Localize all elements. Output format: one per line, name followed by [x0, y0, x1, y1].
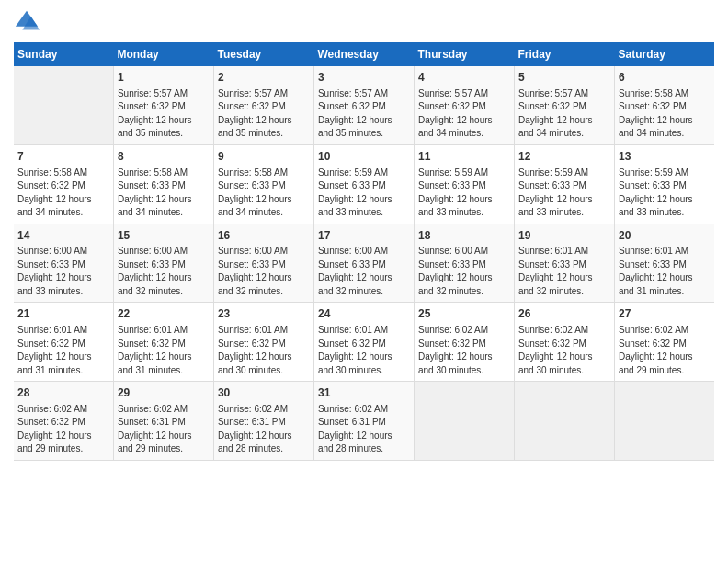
cell-content: Sunrise: 5:59 AM Sunset: 6:33 PM Dayligh…: [418, 167, 510, 220]
cell-content: Sunrise: 6:01 AM Sunset: 6:33 PM Dayligh…: [518, 245, 610, 298]
day-number: 27: [619, 306, 711, 322]
cell-content: Sunrise: 6:02 AM Sunset: 6:32 PM Dayligh…: [17, 403, 109, 456]
calendar-cell: 26Sunrise: 6:02 AM Sunset: 6:32 PM Dayli…: [514, 303, 614, 382]
cell-content: Sunrise: 5:59 AM Sunset: 6:33 PM Dayligh…: [318, 167, 410, 220]
calendar-cell: 24Sunrise: 6:01 AM Sunset: 6:32 PM Dayli…: [313, 303, 414, 382]
header-day-wednesday: Wednesday: [313, 42, 414, 66]
calendar-cell: 10Sunrise: 5:59 AM Sunset: 6:33 PM Dayli…: [313, 144, 414, 224]
cell-content: Sunrise: 5:57 AM Sunset: 6:32 PM Dayligh…: [418, 87, 510, 141]
calendar-table: SundayMondayTuesdayWednesdayThursdayFrid…: [14, 42, 714, 461]
calendar-cell: 11Sunrise: 5:59 AM Sunset: 6:33 PM Dayli…: [414, 144, 514, 224]
calendar-cell: 7Sunrise: 5:58 AM Sunset: 6:32 PM Daylig…: [14, 144, 113, 224]
header-day-friday: Friday: [514, 42, 614, 66]
cell-content: Sunrise: 6:02 AM Sunset: 6:32 PM Dayligh…: [418, 324, 510, 377]
calendar-cell: [615, 382, 715, 461]
day-number: 19: [518, 228, 610, 244]
day-number: 12: [518, 149, 610, 165]
day-number: 15: [118, 228, 210, 244]
page-container: SundayMondayTuesdayWednesdayThursdayFrid…: [0, 0, 728, 470]
day-number: 5: [518, 70, 610, 86]
day-number: 13: [619, 149, 711, 165]
calendar-cell: 28Sunrise: 6:02 AM Sunset: 6:32 PM Dayli…: [14, 382, 113, 461]
cell-content: Sunrise: 5:57 AM Sunset: 6:32 PM Dayligh…: [218, 87, 310, 141]
cell-content: Sunrise: 6:02 AM Sunset: 6:31 PM Dayligh…: [218, 403, 310, 456]
cell-content: Sunrise: 6:02 AM Sunset: 6:31 PM Dayligh…: [118, 403, 210, 456]
day-number: 28: [17, 385, 109, 401]
day-number: 17: [318, 228, 410, 244]
day-number: 20: [619, 228, 711, 244]
logo: [14, 9, 43, 35]
header: [14, 9, 714, 35]
day-number: 31: [318, 385, 410, 401]
calendar-cell: 31Sunrise: 6:02 AM Sunset: 6:31 PM Dayli…: [313, 382, 414, 461]
cell-content: Sunrise: 6:00 AM Sunset: 6:33 PM Dayligh…: [118, 245, 210, 298]
cell-content: Sunrise: 5:58 AM Sunset: 6:33 PM Dayligh…: [118, 167, 210, 220]
week-row-2: 7Sunrise: 5:58 AM Sunset: 6:32 PM Daylig…: [14, 144, 714, 224]
day-number: 6: [619, 70, 711, 86]
calendar-cell: 2Sunrise: 5:57 AM Sunset: 6:32 PM Daylig…: [213, 66, 313, 144]
header-day-saturday: Saturday: [615, 42, 715, 66]
cell-content: Sunrise: 6:01 AM Sunset: 6:32 PM Dayligh…: [17, 324, 109, 377]
day-number: 26: [518, 306, 610, 322]
day-number: 22: [118, 306, 210, 322]
header-day-sunday: Sunday: [14, 42, 113, 66]
calendar-cell: 30Sunrise: 6:02 AM Sunset: 6:31 PM Dayli…: [213, 382, 313, 461]
calendar-cell: 8Sunrise: 5:58 AM Sunset: 6:33 PM Daylig…: [113, 144, 213, 224]
day-number: 21: [17, 306, 109, 322]
day-number: 4: [418, 70, 510, 86]
day-number: 1: [118, 70, 210, 86]
calendar-cell: 13Sunrise: 5:59 AM Sunset: 6:33 PM Dayli…: [615, 144, 715, 224]
cell-content: Sunrise: 5:58 AM Sunset: 6:33 PM Dayligh…: [218, 167, 310, 220]
calendar-cell: 4Sunrise: 5:57 AM Sunset: 6:32 PM Daylig…: [414, 66, 514, 144]
calendar-cell: 18Sunrise: 6:00 AM Sunset: 6:33 PM Dayli…: [414, 224, 514, 303]
day-number: 18: [418, 228, 510, 244]
day-number: 10: [318, 149, 410, 165]
cell-content: Sunrise: 5:58 AM Sunset: 6:32 PM Dayligh…: [17, 167, 109, 220]
cell-content: Sunrise: 6:02 AM Sunset: 6:32 PM Dayligh…: [619, 324, 711, 377]
day-number: 3: [318, 70, 410, 86]
week-row-5: 28Sunrise: 6:02 AM Sunset: 6:32 PM Dayli…: [14, 382, 714, 461]
day-header-row: SundayMondayTuesdayWednesdayThursdayFrid…: [14, 42, 714, 66]
calendar-cell: [14, 66, 113, 144]
day-number: 2: [218, 70, 310, 86]
cell-content: Sunrise: 5:59 AM Sunset: 6:33 PM Dayligh…: [619, 167, 711, 220]
day-number: 7: [17, 149, 109, 165]
cell-content: Sunrise: 6:02 AM Sunset: 6:32 PM Dayligh…: [518, 324, 610, 377]
header-day-monday: Monday: [113, 42, 213, 66]
week-row-3: 14Sunrise: 6:00 AM Sunset: 6:33 PM Dayli…: [14, 224, 714, 303]
calendar-cell: 16Sunrise: 6:00 AM Sunset: 6:33 PM Dayli…: [213, 224, 313, 303]
calendar-cell: 9Sunrise: 5:58 AM Sunset: 6:33 PM Daylig…: [213, 144, 313, 224]
calendar-cell: 21Sunrise: 6:01 AM Sunset: 6:32 PM Dayli…: [14, 303, 113, 382]
day-number: 29: [118, 385, 210, 401]
week-row-4: 21Sunrise: 6:01 AM Sunset: 6:32 PM Dayli…: [14, 303, 714, 382]
calendar-cell: 12Sunrise: 5:59 AM Sunset: 6:33 PM Dayli…: [514, 144, 614, 224]
cell-content: Sunrise: 5:57 AM Sunset: 6:32 PM Dayligh…: [318, 87, 410, 141]
header-day-thursday: Thursday: [414, 42, 514, 66]
calendar-cell: 19Sunrise: 6:01 AM Sunset: 6:33 PM Dayli…: [514, 224, 614, 303]
cell-content: Sunrise: 6:00 AM Sunset: 6:33 PM Dayligh…: [418, 245, 510, 298]
cell-content: Sunrise: 5:59 AM Sunset: 6:33 PM Dayligh…: [518, 167, 610, 220]
cell-content: Sunrise: 6:02 AM Sunset: 6:31 PM Dayligh…: [318, 403, 410, 456]
calendar-cell: 29Sunrise: 6:02 AM Sunset: 6:31 PM Dayli…: [113, 382, 213, 461]
calendar-cell: 6Sunrise: 5:58 AM Sunset: 6:32 PM Daylig…: [615, 66, 715, 144]
calendar-cell: 20Sunrise: 6:01 AM Sunset: 6:33 PM Dayli…: [615, 224, 715, 303]
calendar-cell: [414, 382, 514, 461]
cell-content: Sunrise: 6:01 AM Sunset: 6:32 PM Dayligh…: [118, 324, 210, 377]
cell-content: Sunrise: 6:01 AM Sunset: 6:32 PM Dayligh…: [218, 324, 310, 377]
week-row-1: 1Sunrise: 5:57 AM Sunset: 6:32 PM Daylig…: [14, 66, 714, 144]
day-number: 25: [418, 306, 510, 322]
day-number: 16: [218, 228, 310, 244]
day-number: 14: [17, 228, 109, 244]
calendar-cell: 3Sunrise: 5:57 AM Sunset: 6:32 PM Daylig…: [313, 66, 414, 144]
cell-content: Sunrise: 6:01 AM Sunset: 6:32 PM Dayligh…: [318, 324, 410, 377]
calendar-cell: 25Sunrise: 6:02 AM Sunset: 6:32 PM Dayli…: [414, 303, 514, 382]
logo-icon: [14, 9, 40, 35]
day-number: 9: [218, 149, 310, 165]
cell-content: Sunrise: 5:58 AM Sunset: 6:32 PM Dayligh…: [619, 87, 711, 141]
calendar-cell: 17Sunrise: 6:00 AM Sunset: 6:33 PM Dayli…: [313, 224, 414, 303]
cell-content: Sunrise: 5:57 AM Sunset: 6:32 PM Dayligh…: [518, 87, 610, 141]
cell-content: Sunrise: 5:57 AM Sunset: 6:32 PM Dayligh…: [118, 87, 210, 141]
calendar-cell: 1Sunrise: 5:57 AM Sunset: 6:32 PM Daylig…: [113, 66, 213, 144]
day-number: 23: [218, 306, 310, 322]
cell-content: Sunrise: 6:00 AM Sunset: 6:33 PM Dayligh…: [318, 245, 410, 298]
